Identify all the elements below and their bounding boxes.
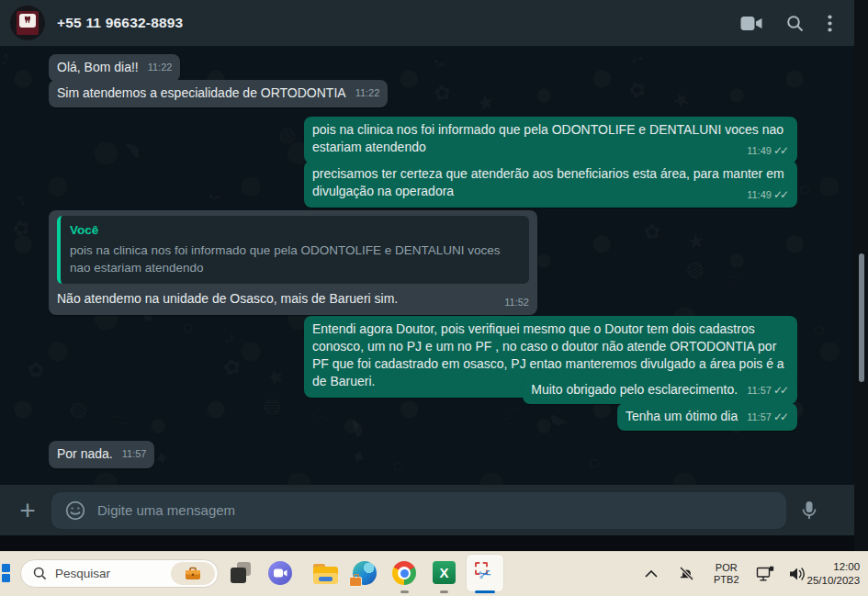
message-bubble-incoming[interactable]: Olá, Bom dia!! 11:22 <box>49 54 180 82</box>
message-time: 11:57 <box>747 382 772 399</box>
message-bubble-incoming[interactable]: Por nada. 11:57 <box>49 441 154 468</box>
message-text: pois na clinica nos foi informado que pe… <box>312 122 783 154</box>
microphone-icon[interactable] <box>799 500 819 522</box>
taskbar-search[interactable] <box>20 559 219 588</box>
edge-icon <box>353 561 377 585</box>
quoted-message[interactable]: Você pois na clinica nos foi informado q… <box>57 216 529 284</box>
chat-header: +55 11 96632-8893 <box>0 0 854 46</box>
message-text: Sim atendemos a especialidade de ORTODON… <box>57 84 346 102</box>
message-bubble-incoming-with-quote[interactable]: Você pois na clinica nos foi informado q… <box>49 210 537 315</box>
chrome-button[interactable] <box>392 561 417 586</box>
message-time: 11:49 <box>747 142 772 160</box>
double-check-icon: ✓✓ <box>773 409 789 426</box>
message-bubble-outgoing[interactable]: pois na clinica nos foi informado que pe… <box>304 117 797 163</box>
message-bubble-outgoing[interactable]: Tenha um ótimo dia 11:57✓✓ <box>617 403 797 431</box>
task-view-button[interactable] <box>229 561 254 586</box>
message-text: Não atendemo na unidade de Osasco, mais … <box>57 291 398 306</box>
message-bubble-outgoing[interactable]: precisamos ter certeza que atenderão aos… <box>304 161 797 208</box>
snipping-tool-active-indicator <box>475 590 495 593</box>
attach-plus-button[interactable]: + <box>15 498 40 523</box>
message-time: 11:49 <box>747 186 772 204</box>
double-check-icon: ✓✓ <box>773 186 789 204</box>
clock[interactable]: 12:00 25/10/2023 <box>807 560 861 588</box>
scrollbar-track <box>854 0 868 551</box>
desktop: ♪♪♪♪♪♪♪☁☁☁☁☁☁☁★★★★★★★○○○○○○○♡♡♡♡♡♡♡✿✿✿✿✿… <box>0 0 868 596</box>
search-icon <box>33 567 47 580</box>
message-time: 11:57 <box>747 409 772 426</box>
double-check-icon: ✓✓ <box>773 382 789 399</box>
edge-work-badge <box>349 577 362 587</box>
video-call-button[interactable] <box>740 16 762 31</box>
file-explorer-button[interactable] <box>313 563 338 588</box>
double-check-icon: ✓✓ <box>773 142 789 160</box>
message-input-pill[interactable] <box>51 492 786 529</box>
message-composer: + <box>0 485 854 535</box>
contact-avatar[interactable] <box>10 6 45 40</box>
video-chat-icon <box>268 561 292 585</box>
language-indicator[interactable]: POR PTB2 <box>714 562 739 586</box>
tooth-icon <box>23 16 32 25</box>
volume-icon[interactable] <box>788 566 807 582</box>
windows-start-button[interactable] <box>0 564 10 582</box>
system-tray: POR PTB2 12:00 25/10/2023 <box>634 551 868 596</box>
chat-app-button[interactable] <box>268 561 293 586</box>
message-input[interactable] <box>97 502 786 518</box>
chrome-icon <box>392 561 416 585</box>
menu-dots-icon[interactable] <box>828 15 832 32</box>
network-icon[interactable] <box>756 565 775 582</box>
taskbar-search-input[interactable] <box>55 567 156 580</box>
desktop-gap <box>0 535 868 551</box>
message-bubble-outgoing[interactable]: Muito obrigado pelo esclarecimento. 11:5… <box>523 377 797 404</box>
message-text: Olá, Bom dia!! <box>57 59 139 76</box>
scissors-icon: ✂ <box>477 564 494 586</box>
quote-author: Você <box>70 221 520 239</box>
message-time: 11:22 <box>355 84 380 102</box>
message-bubble-incoming[interactable]: Sim atendemos a especialidade de ORTODON… <box>49 80 388 107</box>
message-text: Por nada. <box>57 445 113 463</box>
chrome-running-indicator <box>400 590 409 593</box>
quote-text: pois na clinica nos foi informado que pe… <box>70 242 520 276</box>
work-account-badge[interactable] <box>171 562 215 585</box>
tray-time: 12:00 <box>807 560 861 574</box>
message-text: Tenha um ótimo dia <box>626 408 738 425</box>
tray-chevron-icon[interactable] <box>645 570 658 578</box>
chat-title[interactable]: +55 11 96632-8893 <box>57 15 183 31</box>
scrollbar-thumb[interactable] <box>859 253 864 382</box>
message-text: precisamos ter certeza que atenderão aos… <box>312 166 784 198</box>
briefcase-icon <box>185 567 201 580</box>
message-time: 11:22 <box>148 59 173 76</box>
message-time: 11:52 <box>504 294 529 311</box>
excel-icon: X <box>433 561 456 584</box>
message-text: Muito obrigado pelo esclarecimento. <box>531 381 738 399</box>
tray-date: 25/10/2023 <box>807 574 861 588</box>
excel-running-indicator <box>440 590 448 593</box>
message-time: 11:57 <box>122 445 147 463</box>
search-icon[interactable] <box>786 15 804 32</box>
emoji-icon[interactable] <box>64 500 86 522</box>
edge-button[interactable] <box>353 561 378 586</box>
excel-button[interactable]: X <box>433 561 457 586</box>
snipping-tool-button[interactable]: ✂ <box>466 554 504 592</box>
do-not-disturb-bell-icon[interactable] <box>678 565 695 582</box>
